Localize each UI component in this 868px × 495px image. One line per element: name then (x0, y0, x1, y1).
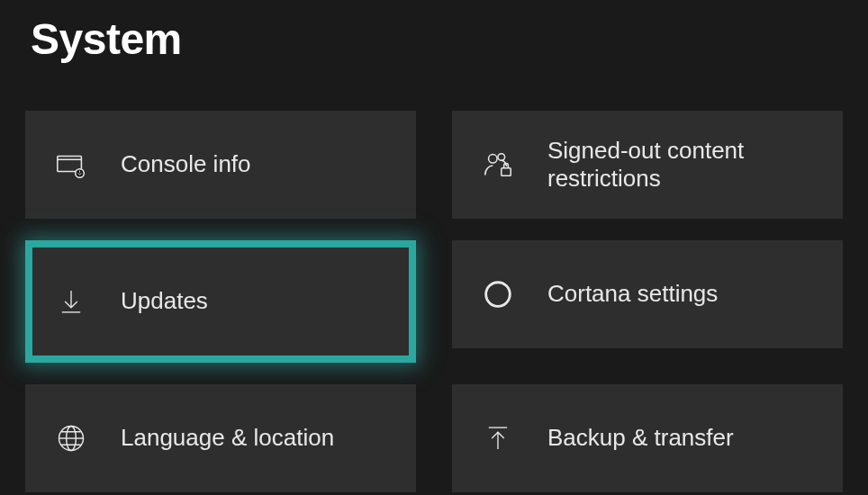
globe-icon (54, 421, 88, 455)
tile-cortana-settings[interactable]: Cortana settings (452, 240, 843, 348)
svg-rect-5 (502, 168, 511, 176)
tile-console-info[interactable]: Console info (25, 111, 416, 219)
svg-point-4 (498, 154, 505, 161)
page-title: System (0, 0, 868, 64)
circle-ring-icon (481, 277, 515, 311)
tile-label: Updates (121, 287, 208, 315)
tiles-grid: Console info Signed-out content restrict… (0, 64, 868, 492)
svg-point-3 (489, 155, 498, 164)
tile-label: Console info (121, 150, 251, 178)
tile-label: Cortana settings (547, 280, 718, 308)
svg-point-8 (486, 283, 511, 307)
people-lock-icon (481, 148, 515, 182)
tile-label: Backup & transfer (547, 424, 734, 452)
upload-arrow-icon (481, 421, 515, 455)
tile-signed-out-restrictions[interactable]: Signed-out content restrictions (452, 111, 843, 219)
tile-backup-transfer[interactable]: Backup & transfer (452, 384, 843, 492)
svg-point-2 (76, 169, 85, 178)
download-arrow-icon (54, 284, 88, 319)
console-info-icon (54, 148, 88, 182)
tile-updates[interactable]: Updates (25, 240, 416, 363)
tile-label: Language & location (121, 424, 334, 452)
tile-language-location[interactable]: Language & location (25, 384, 416, 492)
tile-label: Signed-out content restrictions (547, 137, 814, 193)
